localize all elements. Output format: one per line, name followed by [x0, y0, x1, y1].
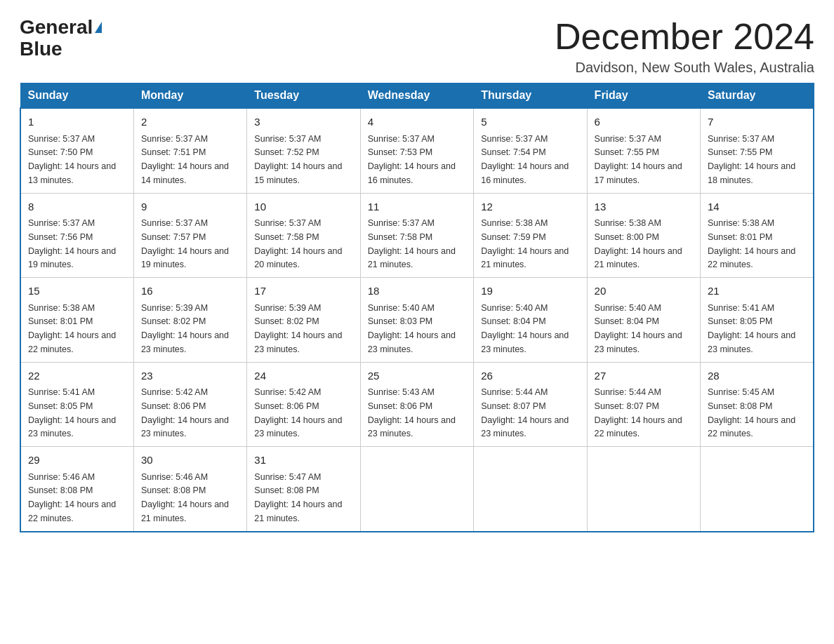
week-row-4: 22Sunrise: 5:41 AMSunset: 8:05 PMDayligh…: [20, 362, 814, 447]
weekday-header-saturday: Saturday: [701, 83, 814, 109]
day-info: Sunrise: 5:37 AMSunset: 7:57 PMDaylight:…: [141, 218, 229, 269]
calendar-cell: 29Sunrise: 5:46 AMSunset: 8:08 PMDayligh…: [20, 447, 133, 532]
day-info: Sunrise: 5:37 AMSunset: 7:55 PMDaylight:…: [595, 134, 682, 185]
day-number: 14: [708, 199, 806, 215]
calendar-table: SundayMondayTuesdayWednesdayThursdayFrid…: [20, 83, 814, 532]
title-area: December 2024 Davidson, New South Wales,…: [555, 17, 814, 76]
calendar-cell: 31Sunrise: 5:47 AMSunset: 8:08 PMDayligh…: [247, 447, 360, 532]
day-info: Sunrise: 5:41 AMSunset: 8:05 PMDaylight:…: [28, 387, 116, 438]
calendar-cell: 26Sunrise: 5:44 AMSunset: 8:07 PMDayligh…: [474, 362, 587, 447]
calendar-cell: 17Sunrise: 5:39 AMSunset: 8:02 PMDayligh…: [247, 278, 360, 363]
day-number: 19: [481, 283, 579, 300]
day-number: 31: [254, 452, 352, 469]
calendar-cell: 7Sunrise: 5:37 AMSunset: 7:55 PMDaylight…: [701, 108, 814, 193]
logo-text: General: [20, 17, 102, 39]
calendar-cell: 9Sunrise: 5:37 AMSunset: 7:57 PMDaylight…: [133, 193, 246, 278]
day-number: 4: [368, 114, 466, 130]
day-info: Sunrise: 5:38 AMSunset: 8:01 PMDaylight:…: [708, 218, 795, 269]
calendar-cell: 23Sunrise: 5:42 AMSunset: 8:06 PMDayligh…: [133, 362, 246, 447]
day-number: 28: [708, 368, 806, 384]
day-number: 13: [595, 199, 693, 215]
calendar-cell: 4Sunrise: 5:37 AMSunset: 7:53 PMDaylight…: [360, 108, 473, 193]
day-number: 30: [141, 452, 239, 469]
day-number: 6: [595, 114, 693, 130]
day-info: Sunrise: 5:42 AMSunset: 8:06 PMDaylight:…: [141, 387, 229, 438]
calendar-cell: 30Sunrise: 5:46 AMSunset: 8:08 PMDayligh…: [133, 447, 246, 532]
day-number: 11: [368, 199, 466, 215]
day-info: Sunrise: 5:37 AMSunset: 7:51 PMDaylight:…: [141, 134, 229, 185]
calendar-cell: 13Sunrise: 5:38 AMSunset: 8:00 PMDayligh…: [587, 193, 700, 278]
weekday-header-thursday: Thursday: [474, 83, 587, 109]
weekday-header-wednesday: Wednesday: [360, 83, 473, 109]
calendar-cell: 12Sunrise: 5:38 AMSunset: 7:59 PMDayligh…: [474, 193, 587, 278]
day-number: 12: [481, 199, 579, 215]
weekday-header-monday: Monday: [133, 83, 246, 109]
day-info: Sunrise: 5:44 AMSunset: 8:07 PMDaylight:…: [595, 387, 682, 438]
day-info: Sunrise: 5:47 AMSunset: 8:08 PMDaylight:…: [254, 472, 342, 523]
day-info: Sunrise: 5:37 AMSunset: 7:58 PMDaylight:…: [254, 218, 342, 269]
day-info: Sunrise: 5:37 AMSunset: 7:53 PMDaylight:…: [368, 134, 456, 185]
calendar-cell: 8Sunrise: 5:37 AMSunset: 7:56 PMDaylight…: [20, 193, 133, 278]
calendar-cell: 18Sunrise: 5:40 AMSunset: 8:03 PMDayligh…: [360, 278, 473, 363]
weekday-header-row: SundayMondayTuesdayWednesdayThursdayFrid…: [20, 83, 814, 109]
weekday-header-friday: Friday: [587, 83, 700, 109]
day-info: Sunrise: 5:40 AMSunset: 8:03 PMDaylight:…: [368, 303, 456, 354]
day-number: 17: [254, 283, 352, 300]
day-number: 29: [28, 452, 126, 469]
calendar-cell: 15Sunrise: 5:38 AMSunset: 8:01 PMDayligh…: [20, 278, 133, 363]
day-info: Sunrise: 5:39 AMSunset: 8:02 PMDaylight:…: [141, 303, 229, 354]
day-info: Sunrise: 5:43 AMSunset: 8:06 PMDaylight:…: [368, 387, 456, 438]
calendar-cell: 24Sunrise: 5:42 AMSunset: 8:06 PMDayligh…: [247, 362, 360, 447]
calendar-cell: [360, 447, 473, 532]
day-info: Sunrise: 5:38 AMSunset: 8:01 PMDaylight:…: [28, 303, 116, 354]
logo-general: General: [20, 16, 93, 38]
day-number: 23: [141, 368, 239, 384]
day-number: 3: [254, 114, 352, 130]
day-info: Sunrise: 5:37 AMSunset: 7:52 PMDaylight:…: [254, 134, 342, 185]
calendar-cell: 20Sunrise: 5:40 AMSunset: 8:04 PMDayligh…: [587, 278, 700, 363]
header-row: General Blue December 2024 Davidson, New…: [20, 17, 814, 76]
calendar-cell: 22Sunrise: 5:41 AMSunset: 8:05 PMDayligh…: [20, 362, 133, 447]
day-info: Sunrise: 5:39 AMSunset: 8:02 PMDaylight:…: [254, 303, 342, 354]
day-info: Sunrise: 5:46 AMSunset: 8:08 PMDaylight:…: [28, 472, 116, 523]
day-info: Sunrise: 5:38 AMSunset: 7:59 PMDaylight:…: [481, 218, 569, 269]
day-info: Sunrise: 5:45 AMSunset: 8:08 PMDaylight:…: [708, 387, 795, 438]
day-info: Sunrise: 5:37 AMSunset: 7:54 PMDaylight:…: [481, 134, 569, 185]
day-number: 24: [254, 368, 352, 384]
day-info: Sunrise: 5:40 AMSunset: 8:04 PMDaylight:…: [595, 303, 682, 354]
calendar-cell: 10Sunrise: 5:37 AMSunset: 7:58 PMDayligh…: [247, 193, 360, 278]
day-info: Sunrise: 5:46 AMSunset: 8:08 PMDaylight:…: [141, 472, 229, 523]
day-number: 8: [28, 199, 126, 215]
calendar-cell: 19Sunrise: 5:40 AMSunset: 8:04 PMDayligh…: [474, 278, 587, 363]
day-info: Sunrise: 5:44 AMSunset: 8:07 PMDaylight:…: [481, 387, 569, 438]
day-number: 1: [28, 114, 126, 130]
logo-triangle-icon: [95, 22, 102, 33]
calendar-cell: 14Sunrise: 5:38 AMSunset: 8:01 PMDayligh…: [701, 193, 814, 278]
week-row-2: 8Sunrise: 5:37 AMSunset: 7:56 PMDaylight…: [20, 193, 814, 278]
logo-wrapper: General: [20, 17, 102, 39]
day-number: 15: [28, 283, 126, 300]
calendar-cell: 28Sunrise: 5:45 AMSunset: 8:08 PMDayligh…: [701, 362, 814, 447]
weekday-header-sunday: Sunday: [20, 83, 133, 109]
day-info: Sunrise: 5:37 AMSunset: 7:58 PMDaylight:…: [368, 218, 456, 269]
day-number: 22: [28, 368, 126, 384]
logo-blue: Blue: [20, 39, 62, 60]
logo-area: General Blue: [20, 17, 102, 60]
calendar-cell: [474, 447, 587, 532]
week-row-5: 29Sunrise: 5:46 AMSunset: 8:08 PMDayligh…: [20, 447, 814, 532]
calendar-cell: 21Sunrise: 5:41 AMSunset: 8:05 PMDayligh…: [701, 278, 814, 363]
day-info: Sunrise: 5:37 AMSunset: 7:56 PMDaylight:…: [28, 218, 116, 269]
weekday-header-tuesday: Tuesday: [247, 83, 360, 109]
page-title: December 2024: [555, 17, 814, 57]
day-info: Sunrise: 5:41 AMSunset: 8:05 PMDaylight:…: [708, 303, 795, 354]
day-number: 20: [595, 283, 693, 300]
day-info: Sunrise: 5:40 AMSunset: 8:04 PMDaylight:…: [481, 303, 569, 354]
page-container: General Blue December 2024 Davidson, New…: [0, 0, 834, 546]
week-row-3: 15Sunrise: 5:38 AMSunset: 8:01 PMDayligh…: [20, 278, 814, 363]
day-number: 10: [254, 199, 352, 215]
week-row-1: 1Sunrise: 5:37 AMSunset: 7:50 PMDaylight…: [20, 108, 814, 193]
calendar-cell: 11Sunrise: 5:37 AMSunset: 7:58 PMDayligh…: [360, 193, 473, 278]
day-number: 9: [141, 199, 239, 215]
calendar-cell: 2Sunrise: 5:37 AMSunset: 7:51 PMDaylight…: [133, 108, 246, 193]
day-number: 16: [141, 283, 239, 300]
